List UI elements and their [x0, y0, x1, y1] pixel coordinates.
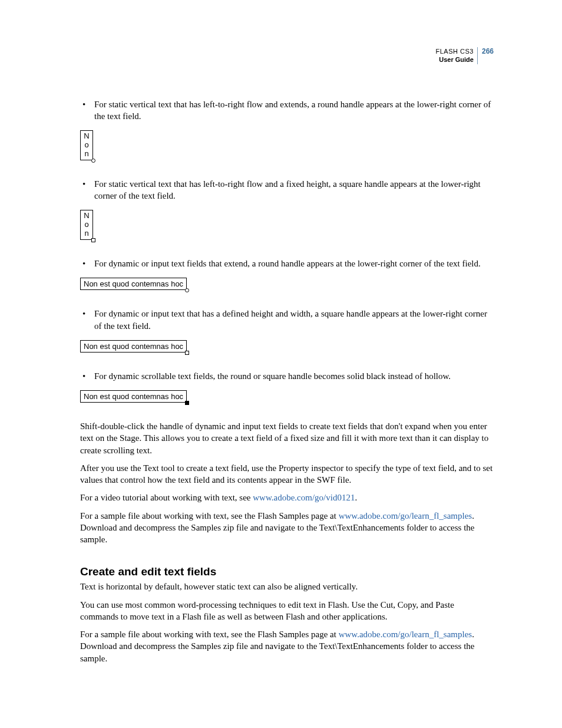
- solid-handle-icon: [185, 401, 189, 405]
- figure-vertical-text-round: N o n: [80, 130, 93, 160]
- bullet-icon: •: [80, 178, 94, 202]
- figure-horizontal-text-round: Non est quod contemnas hoc: [80, 278, 187, 290]
- body-paragraph: Shift-double-click the handle of dynamic…: [80, 420, 494, 456]
- body-text: For a sample file about working with tex…: [80, 630, 339, 639]
- body-paragraph: You can use most common word-processing …: [80, 599, 494, 623]
- body-text: For a sample file about working with tex…: [80, 511, 339, 521]
- figure-horizontal-text-solid: Non est quod contemnas hoc: [80, 390, 187, 403]
- figure-glyph: N: [83, 212, 90, 220]
- page-header: FLASH CS3 User Guide 266: [80, 47, 494, 64]
- body-paragraph: For a sample file about working with tex…: [80, 628, 494, 664]
- bullet-text: For dynamic or input text fields that ex…: [94, 258, 494, 269]
- page: FLASH CS3 User Guide 266 • For static ve…: [0, 0, 562, 706]
- body-paragraph: Text is horizontal by default, however s…: [80, 581, 494, 592]
- body-paragraph: For a sample file about working with tex…: [80, 510, 494, 546]
- bullet-item: • For static vertical text that has left…: [80, 178, 494, 202]
- figure-horizontal-text-square: Non est quod contemnas hoc: [80, 340, 187, 353]
- header-product: FLASH CS3: [435, 48, 473, 55]
- square-handle-icon: [185, 351, 189, 355]
- body-paragraph: For a video tutorial about working with …: [80, 492, 494, 503]
- bullet-icon: •: [80, 98, 94, 123]
- bullet-item: • For static vertical text that has left…: [80, 98, 494, 123]
- figure-text: Non est quod contemnas hoc: [80, 390, 187, 403]
- bullet-item: • For dynamic scrollable text fields, th…: [80, 370, 494, 382]
- bullet-text: For static vertical text that has left-t…: [94, 98, 494, 123]
- bullet-icon: •: [80, 308, 94, 332]
- figure-glyph: n: [83, 229, 90, 238]
- figure-glyph: n: [83, 150, 90, 159]
- bullet-icon: •: [80, 258, 94, 269]
- page-number: 266: [480, 47, 494, 57]
- figure-vertical-text-square: N o n: [80, 210, 93, 240]
- section-heading: Create and edit text fields: [80, 565, 494, 578]
- bullet-text: For dynamic or input text that has a def…: [94, 308, 494, 332]
- bullet-item: • For dynamic or input text that has a d…: [80, 308, 494, 332]
- figure-glyph: o: [83, 220, 90, 229]
- samples-link[interactable]: www.adobe.com/go/learn_fl_samples: [339, 630, 472, 639]
- figure-glyph: o: [83, 141, 90, 150]
- body-text: .: [355, 493, 357, 502]
- figure-text: Non est quod contemnas hoc: [80, 278, 187, 290]
- body-paragraph: After you use the Text tool to create a …: [80, 462, 494, 486]
- bullet-text: For static vertical text that has left-t…: [94, 178, 494, 202]
- round-handle-icon: [91, 159, 95, 163]
- body-text: For a video tutorial about working with …: [80, 493, 253, 502]
- samples-link[interactable]: www.adobe.com/go/learn_fl_samples: [339, 511, 472, 521]
- video-tutorial-link[interactable]: www.adobe.com/go/vid0121: [253, 493, 355, 502]
- bullet-text: For dynamic scrollable text fields, the …: [94, 370, 494, 382]
- square-handle-icon: [91, 238, 95, 242]
- bullet-icon: •: [80, 370, 94, 382]
- header-guide: User Guide: [439, 56, 474, 63]
- bullet-item: • For dynamic or input text fields that …: [80, 258, 494, 269]
- figure-glyph: N: [83, 132, 90, 141]
- figure-text: Non est quod contemnas hoc: [80, 340, 187, 353]
